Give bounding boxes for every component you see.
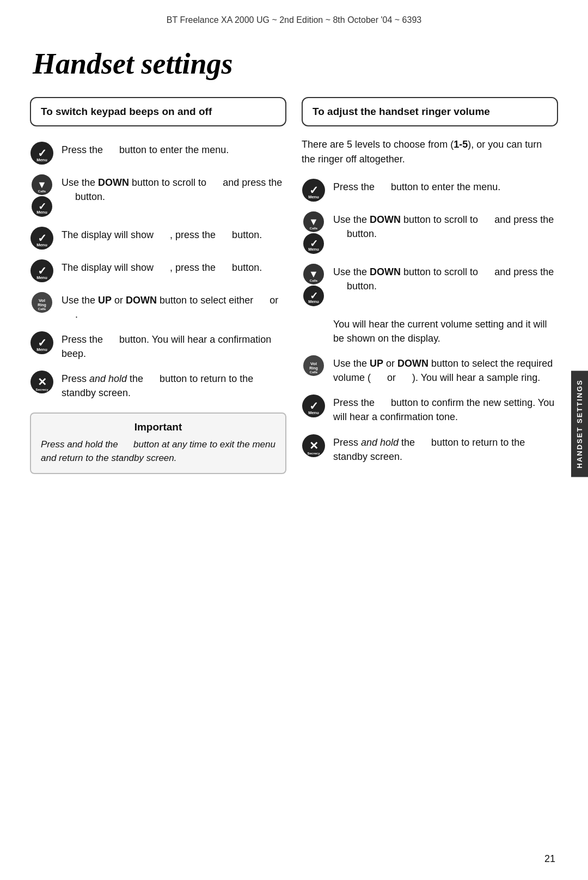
menu-label-3: Menu (36, 242, 47, 247)
left-steps-list: ✓ Menu Press the button to enter the men… (30, 137, 286, 404)
right-down-arrow-icon-3: ▼ Calls (303, 264, 324, 284)
right-step-1-icon-col: ✓ Menu (302, 178, 326, 202)
left-step-2-icon-col: ▼ Calls ✓ Menu (30, 173, 54, 217)
right-calls-label-3: Calls (310, 279, 317, 282)
left-step-1: ✓ Menu Press the button to enter the men… (30, 137, 286, 168)
left-step-3-icon-col: ✓ Menu (30, 226, 54, 250)
right-step-3-icon-col: ▼ Calls ✓ Menu (302, 263, 326, 306)
right-vol-icon-5: Vol Ring Calls (303, 355, 324, 376)
left-step-3: ✓ Menu The display will show , press the… (30, 222, 286, 253)
right-step-5: Vol Ring Calls Use the UP or DOWN button… (302, 351, 558, 388)
right-down-check-stack-icon-2: ▼ Calls ✓ Menu (303, 264, 324, 306)
menu-label-4: Menu (36, 275, 47, 280)
right-secrecy-label-7: Secrecy (307, 452, 320, 455)
header-text: BT Freelance XA 2000 UG ~ 2nd Edition ~ … (167, 15, 421, 25)
left-step-2-text: Use the DOWN button to scroll to and pre… (62, 173, 286, 204)
left-step-4-text: The display will show , press the button… (62, 258, 286, 275)
left-step-7-text: Press and hold the button to return to t… (62, 369, 286, 400)
right-step-4: You will hear the current volume setting… (302, 312, 558, 349)
right-step-4-icon-col (302, 315, 326, 316)
right-step-7: ✕ Secrecy Press and hold the button to r… (302, 430, 558, 467)
right-step-4-text: You will hear the current volume setting… (333, 315, 558, 345)
right-step-2: ▼ Calls ✓ Menu Use the DOWN button to sc… (302, 207, 558, 257)
menu-check-icon-3: ✓ Menu (30, 227, 53, 250)
right-x-icon-7: ✕ Secrecy (302, 434, 325, 457)
right-vol-label-5: Vol (310, 361, 317, 366)
right-down-arrow-icon-2: ▼ Calls (303, 211, 324, 232)
page-header: BT Freelance XA 2000 UG ~ 2nd Edition ~ … (0, 0, 588, 31)
right-menu-label-1: Menu (308, 195, 319, 199)
right-step-6-text: Press the button to confirm the new sett… (333, 393, 558, 424)
right-menu-check-icon-6: ✓ Menu (302, 395, 325, 417)
right-check-icon-3: ✓ Menu (303, 286, 324, 306)
right-steps-list: ✓ Menu Press the button to enter the men… (302, 174, 558, 467)
right-menu-label-3: Menu (308, 299, 319, 304)
right-calls-label-5: Calls (310, 371, 317, 374)
left-section-label: To switch keypad beeps on and off (30, 97, 286, 126)
right-step-2-icon-col: ▼ Calls ✓ Menu (302, 210, 326, 254)
right-step-6-icon-col: ✓ Menu (302, 393, 326, 417)
left-step-7-icon-col: ✕ Secrecy (30, 369, 54, 393)
vol-label-5: Vol (39, 298, 45, 303)
down-arrow-icon-2: ▼ Calls (32, 174, 52, 195)
page-title: Handset settings (0, 31, 588, 97)
menu-check-icon-6: ✓ Menu (30, 331, 53, 354)
right-step-6: ✓ Menu Press the button to confirm the n… (302, 390, 558, 427)
right-down-check-stack-icon: ▼ Calls ✓ Menu (303, 211, 324, 254)
important-title: Important (41, 421, 275, 433)
left-step-4-icon-col: ✓ Menu (30, 258, 54, 282)
right-column: To adjust the handset ringer volume Ther… (302, 97, 558, 474)
important-text: Press and hold the button at any time to… (41, 438, 275, 465)
x-icon-7: ✕ Secrecy (30, 371, 53, 393)
down-check-stack-icon: ▼ Calls ✓ Menu (32, 174, 52, 217)
right-step-5-text: Use the UP or DOWN button to select the … (333, 354, 558, 385)
right-step-7-icon-col: ✕ Secrecy (302, 433, 326, 457)
left-step-5-text: Use the UP or DOWN button to select eith… (62, 291, 286, 321)
menu-label-6: Menu (36, 347, 47, 352)
right-vol-updown-icon: Vol Ring Calls (303, 355, 324, 376)
left-step-5: Vol Ring Calls Use the UP or DOWN button… (30, 288, 286, 325)
left-step-5-icon-col: Vol Ring Calls (30, 291, 54, 313)
right-step-1-text: Press the button to enter the menu. (333, 178, 558, 194)
left-step-4: ✓ Menu The display will show , press the… (30, 255, 286, 286)
right-step-7-text: Press and hold the button to return to t… (333, 433, 558, 464)
left-step-2: ▼ Calls ✓ Menu Use the DOWN button to sc… (30, 170, 286, 220)
right-menu-check-icon-1: ✓ Menu (302, 179, 325, 202)
ring-label-5: Ring (38, 303, 46, 307)
left-column: To switch keypad beeps on and off ✓ Menu… (30, 97, 286, 474)
menu-check-icon-1: ✓ Menu (30, 142, 53, 165)
secrecy-label-7: Secrecy (35, 388, 48, 391)
right-menu-label-6: Menu (308, 410, 319, 415)
page-number: 21 (544, 853, 555, 865)
right-step-1: ✓ Menu Press the button to enter the men… (302, 174, 558, 205)
vol-updown-icon: Vol Ring Calls (32, 292, 52, 313)
calls-label-2: Calls (38, 190, 46, 193)
right-step-3: ▼ Calls ✓ Menu Use the DOWN button to sc… (302, 259, 558, 309)
right-calls-label-2: Calls (310, 227, 317, 230)
vol-icon-5: Vol Ring Calls (32, 292, 52, 313)
right-ring-label-5: Ring (309, 366, 318, 370)
calls-label-5: Calls (38, 307, 46, 311)
left-step-1-text: Press the button to enter the menu. (62, 141, 286, 157)
left-step-1-icon-col: ✓ Menu (30, 141, 54, 165)
right-menu-label-2: Menu (308, 247, 319, 252)
right-section-label: To adjust the handset ringer volume (302, 97, 558, 126)
right-check-icon-2: ✓ Menu (303, 233, 324, 254)
left-step-6-text: Press the button. You will hear a confir… (62, 330, 286, 361)
left-step-6: ✓ Menu Press the button. You will hear a… (30, 327, 286, 364)
menu-label-2: Menu (36, 210, 47, 215)
left-step-7: ✕ Secrecy Press and hold the button to r… (30, 366, 286, 403)
important-box: Important Press and hold the button at a… (30, 412, 286, 474)
check-icon-2: ✓ Menu (32, 196, 52, 217)
menu-label-1: Menu (36, 157, 47, 162)
left-step-3-text: The display will show , press the button… (62, 226, 286, 242)
main-content: To switch keypad beeps on and off ✓ Menu… (0, 97, 588, 474)
left-step-6-icon-col: ✓ Menu (30, 330, 54, 354)
right-step-5-icon-col: Vol Ring Calls (302, 354, 326, 376)
right-intro-text: There are 5 levels to choose from (1-5),… (302, 137, 558, 167)
sidebar-tab: HANDSET SETTINGS (571, 371, 588, 477)
right-step-2-text: Use the DOWN button to scroll to and pre… (333, 210, 558, 241)
right-step-3-text: Use the DOWN button to scroll to and pre… (333, 263, 558, 293)
menu-check-icon-4: ✓ Menu (30, 259, 53, 282)
